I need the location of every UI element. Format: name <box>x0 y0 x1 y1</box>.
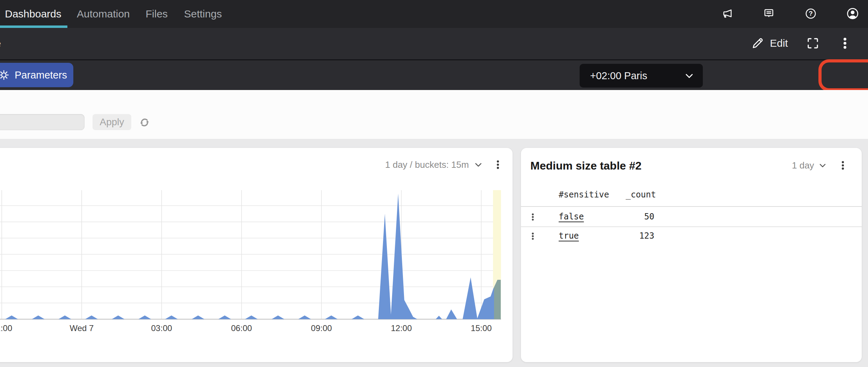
nav-item-dashboards[interactable]: Dashboards <box>5 0 61 28</box>
pencil-icon <box>751 36 765 50</box>
refresh-icon <box>138 115 152 129</box>
feedback-button[interactable] <box>760 5 777 22</box>
x-tick-label: 03:00 <box>151 323 172 333</box>
x-tick-label: 12:00 <box>391 323 412 333</box>
kebab-menu-icon <box>838 36 852 50</box>
announcements-button[interactable] <box>719 5 735 22</box>
x-tick-label: 09:00 <box>311 323 332 333</box>
help-icon: ? <box>804 7 817 20</box>
account-button[interactable] <box>844 5 861 22</box>
x-tick-label: Wed 7 <box>69 323 94 333</box>
nav-item-settings[interactable]: Settings <box>184 0 222 28</box>
edit-button[interactable]: Edit <box>751 28 788 58</box>
parameters-button[interactable]: Parameters <box>0 63 73 87</box>
table-range-selector[interactable]: 1 day <box>792 158 827 173</box>
red-annotation-box <box>818 59 868 91</box>
titlebar-menu-button[interactable] <box>837 35 853 52</box>
timezone-value: +02:00 Paris <box>590 70 647 82</box>
dashboard-title-truncated: e <box>0 28 1 59</box>
fullscreen-button[interactable] <box>804 35 821 52</box>
nav-item-files[interactable]: Files <box>146 0 168 28</box>
refresh-button[interactable] <box>137 115 152 130</box>
help-button[interactable]: ? <box>802 5 819 22</box>
x-tick-label: 06:00 <box>231 323 252 333</box>
table-row-separator <box>521 226 862 227</box>
time-series-area-chart: 21:00Wed 703:0006:0009:0012:0015:00 <box>0 148 513 362</box>
chevron-down-icon <box>818 160 827 170</box>
table-col-header-sensitive: #sensitive <box>559 190 609 200</box>
table-row-key-link[interactable]: true <box>559 231 579 241</box>
svg-text:?: ? <box>809 10 812 17</box>
table-range-label: 1 day <box>792 160 814 171</box>
table-row-count: 50 <box>591 212 654 222</box>
kebab-menu-icon <box>837 159 849 171</box>
series-area <box>0 194 501 319</box>
kebab-menu-icon <box>528 212 537 222</box>
table-panel: Medium size table #2 1 day #sensitive_co… <box>521 148 862 362</box>
dashboard-title-bar: e Edit <box>0 28 868 60</box>
megaphone-icon <box>721 7 733 20</box>
parameters-button-label: Parameters <box>15 69 67 81</box>
table-row-count: 123 <box>591 231 654 241</box>
table-col-header-count: _count <box>626 190 656 200</box>
avatar-icon <box>846 7 859 20</box>
top-nav: DashboardsAutomationFilesSettings ? <box>0 0 868 28</box>
parameter-input[interactable] <box>0 114 84 130</box>
table-row-key-link[interactable]: false <box>559 212 584 222</box>
apply-button[interactable]: Apply <box>93 114 131 130</box>
nav-item-automation[interactable]: Automation <box>77 0 130 28</box>
apply-button-label: Apply <box>100 117 124 128</box>
kebab-menu-icon <box>528 232 537 241</box>
dashboard-toolbar: Parameters +02:00 Paris Shared time Live <box>0 60 868 90</box>
table-panel-menu-button[interactable] <box>836 158 850 173</box>
x-tick-label: 15:00 <box>471 323 492 333</box>
active-nav-underline <box>0 25 67 28</box>
edit-button-label: Edit <box>770 37 788 49</box>
table-header-separator <box>521 206 862 207</box>
timezone-select[interactable]: +02:00 Paris <box>580 64 703 88</box>
table-panel-title: Medium size table #2 <box>530 159 641 172</box>
row-menu-button[interactable] <box>526 209 540 225</box>
row-menu-button[interactable] <box>526 229 540 244</box>
gear-icon <box>0 69 10 81</box>
app-root: DashboardsAutomationFilesSettings ? <box>0 0 868 367</box>
fullscreen-icon <box>806 36 820 51</box>
chart-panel: 1 day / buckets: 15m 21:00Wed 703:0006:0… <box>0 148 513 362</box>
live-segment-area <box>494 280 501 319</box>
chevron-down-icon <box>683 70 695 82</box>
feedback-icon <box>763 7 775 20</box>
x-tick-label: 21:00 <box>0 323 12 333</box>
